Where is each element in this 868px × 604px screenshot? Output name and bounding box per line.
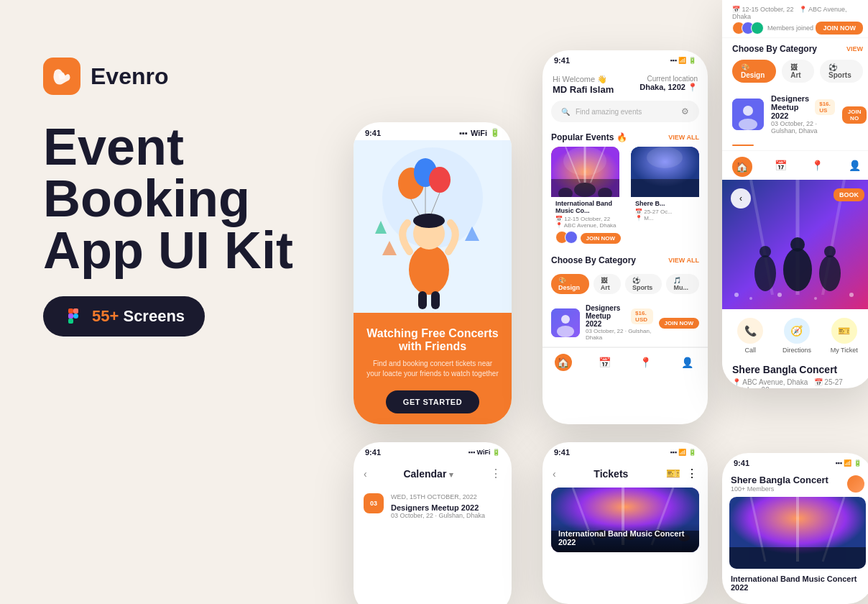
nav-profile[interactable]: 👤 — [678, 354, 696, 371]
detail-banner: ‹ BOOK — [722, 180, 868, 309]
cal-event-sub: 03 October, 22 · Gulshan, Dhaka — [391, 512, 485, 519]
event-dates-partial: 📅 12-15 October, 22 📍 ABC Avenue, Dhaka — [732, 6, 863, 20]
svg-point-33 — [561, 315, 570, 324]
concert-image-2 — [631, 147, 699, 197]
filter-icon[interactable]: ⚙ — [681, 106, 689, 116]
meetup-date: 03 October, 22 · Gulshan, Dhaka — [586, 328, 653, 341]
cat-art[interactable]: 🖼 Art — [594, 274, 621, 294]
view-all-category[interactable]: VIEW ALL — [668, 257, 699, 264]
location-info: Current location Dhaka, 1202 📍 — [640, 75, 698, 92]
ticket-action[interactable]: 🎫 My Ticket — [831, 318, 858, 354]
tickets-title: Tickets — [594, 468, 628, 480]
figma-icon — [63, 306, 83, 326]
event-card-1[interactable]: International Band Music Co... 📅 12-15 O… — [551, 147, 625, 247]
back-button[interactable]: ‹ — [731, 188, 751, 209]
event-info-1: International Band Music Co... 📅 12-15 O… — [551, 197, 625, 247]
nav-loc-partial[interactable]: 📍 — [809, 157, 826, 174]
svg-point-46 — [743, 106, 753, 116]
search-placeholder: Find amazing events — [576, 108, 642, 116]
svg-point-57 — [824, 246, 836, 257]
brand-name: Evenro — [91, 63, 168, 90]
svg-point-60 — [777, 293, 782, 297]
join-now-btn-1[interactable]: JOIN NOW — [581, 233, 621, 244]
category-tabs: 🎨 Design 🖼 Art ⚽ Sports 🎵 Mu... — [542, 270, 708, 298]
join-meetup-partial[interactable]: JOIN NO — [842, 106, 867, 124]
calendar-title: Calendar ▾ — [403, 468, 453, 480]
event-info-2: Shere B... 📅 25-27 Oc... 📍 M... — [631, 197, 699, 224]
status-icons-6: ▪▪▪ 📶 🔋 — [835, 459, 862, 467]
nav-cal-partial[interactable]: 📅 — [772, 157, 789, 174]
join-meetup-btn[interactable]: JOIN NOW — [659, 318, 699, 329]
svg-point-61 — [814, 297, 817, 300]
phone-shere-bangla: 9:41 ▪▪▪ 📶 🔋 Shere Bangla Concert 100+ M… — [722, 453, 868, 604]
svg-rect-1 — [73, 308, 78, 314]
user-info: Hi Welcome 👋 MD Rafi Islam — [553, 75, 614, 95]
nav-calendar[interactable]: 📅 — [596, 354, 613, 371]
logo-row: Evenro — [43, 58, 345, 95]
members-label-partial: Members joined — [767, 24, 813, 32]
meetup-info: Designers Meetup 2022 $16. USD 03 Octobe… — [586, 304, 653, 341]
onboard-illustration — [354, 140, 512, 313]
svg-rect-16 — [431, 291, 440, 309]
cat-art-partial[interactable]: 🖼 Art — [782, 60, 814, 83]
shere-event-info: Shere Bangla Concert 100+ Members — [731, 475, 828, 493]
detail-content: 📞 Call 🧭 Directions 🎫 My Ticket Shere Ba… — [722, 309, 868, 388]
status-bar-2: 9:41 ▪▪▪ WiFi 🔋 — [354, 442, 512, 459]
svg-point-56 — [819, 255, 841, 291]
shere-bottom: International Band Music Concert 2022 — [722, 569, 868, 598]
directions-action[interactable]: 🧭 Directions — [782, 318, 811, 354]
shere-banner — [729, 497, 866, 569]
search-bar[interactable]: 🔍 Find amazing events ⚙ — [551, 101, 699, 122]
svg-point-59 — [749, 297, 752, 300]
get-started-button[interactable]: GET STARTED — [386, 390, 479, 413]
ticket-label: My Ticket — [831, 347, 858, 354]
popular-events-header: Popular Events 🔥 VIEW ALL — [542, 129, 708, 147]
meetup-row: Designers Meetup 2022 $16. USD 03 Octobe… — [542, 298, 708, 347]
event-location-1: 📍 ABC Avenue, Dhaka — [555, 222, 621, 229]
event-card-2[interactable]: Shere B... 📅 25-27 Oc... 📍 M... — [631, 147, 699, 247]
profile-icon: 👤 — [678, 354, 696, 371]
cat-sports[interactable]: ⚽ Sports — [625, 274, 662, 294]
screens-count: 55+ Screens — [92, 307, 185, 326]
headline: Event Booking App UI Kit — [43, 121, 345, 276]
category-section-partial: Choose By Category VIEW 🎨 Design 🖼 Art ⚽… — [722, 38, 868, 88]
event-meta-2b: 📍 M... — [635, 215, 695, 221]
view-label-partial[interactable]: VIEW — [846, 45, 863, 52]
tickets-menu[interactable]: ⋮ — [686, 467, 698, 480]
cat-design-partial[interactable]: 🎨 Design — [732, 60, 776, 83]
svg-point-12 — [409, 244, 449, 295]
event-meta-2: 📅 25-27 Oc... — [635, 209, 695, 215]
svg-point-4 — [73, 314, 78, 319]
view-all-popular[interactable]: VIEW ALL — [668, 134, 699, 141]
join-now-partial[interactable]: JOIN NOW — [816, 22, 863, 35]
svg-point-8 — [429, 167, 451, 193]
nav-prof-partial[interactable]: 👤 — [846, 157, 863, 174]
book-button[interactable]: BOOK — [834, 188, 864, 201]
nav-home[interactable]: 🏠 — [555, 354, 572, 371]
nav-location[interactable]: 📍 — [637, 354, 655, 371]
tickets-back-btn[interactable]: ‹ — [553, 468, 556, 480]
location-icon: 📍 — [637, 354, 655, 371]
svg-point-62 — [849, 293, 854, 297]
cat-sports-partial[interactable]: ⚽ Sports — [820, 60, 863, 83]
cat-more[interactable]: 🎵 Mu... — [666, 274, 699, 294]
cal-menu-btn[interactable]: ⋮ — [490, 467, 502, 480]
category-title: Choose By Category — [551, 255, 636, 265]
shere-members: 100+ Members — [731, 485, 828, 493]
cal-event-title: Designers Meetup 2022 — [391, 503, 485, 512]
svg-rect-0 — [68, 308, 73, 314]
event-name-1: International Band Music Co... — [555, 200, 621, 214]
call-action[interactable]: 📞 Call — [737, 318, 763, 354]
status-bar-6: 9:41 ▪▪▪ 📶 🔋 — [722, 453, 868, 470]
call-icon: 📞 — [737, 318, 763, 344]
date-box: 03 — [364, 493, 384, 513]
svg-point-47 — [739, 119, 757, 130]
svg-point-58 — [734, 293, 739, 297]
home-icon: 🏠 — [555, 354, 572, 371]
shere-header: Shere Bangla Concert 100+ Members — [722, 470, 868, 497]
welcome-text: Hi Welcome 👋 — [553, 75, 614, 84]
nav-home-partial[interactable]: 🏠 — [732, 157, 752, 177]
cal-back-btn[interactable]: ‹ — [364, 468, 367, 480]
event-card-img-1 — [551, 147, 619, 197]
cat-design[interactable]: 🎨 Design — [551, 274, 589, 294]
